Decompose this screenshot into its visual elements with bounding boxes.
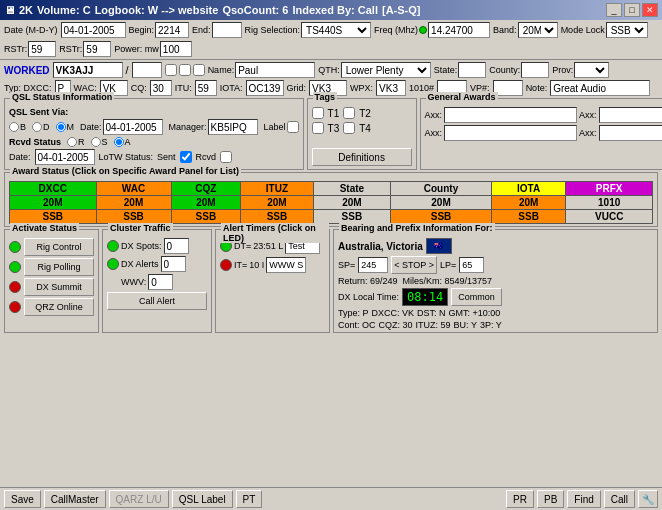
lp-input[interactable] [459, 257, 484, 273]
freq-input[interactable] [428, 22, 490, 38]
name-input[interactable] [235, 62, 315, 78]
t2-check[interactable] [343, 107, 355, 119]
qrz-online-button[interactable]: QRZ Online [24, 298, 94, 316]
qsl-m-radio[interactable] [56, 122, 66, 132]
dx-summit-button[interactable]: DX Summit [24, 278, 94, 296]
award-wac-row1[interactable]: 20M [96, 196, 171, 210]
award-iota-row1[interactable]: 20M [491, 196, 566, 210]
window-controls[interactable]: _ □ ✕ [606, 3, 658, 17]
qth-select[interactable]: Lower Plenty [341, 62, 431, 78]
award-wac-row2[interactable]: SSB [96, 210, 171, 224]
qsl-label-button[interactable]: QSL Label [172, 490, 233, 508]
rig-control-button[interactable]: Rig Control [24, 238, 94, 256]
t1-check[interactable] [312, 107, 324, 119]
qarz-button[interactable]: QARZ L/U [109, 490, 169, 508]
axx3-input[interactable] [444, 125, 577, 141]
yl-check[interactable] [193, 64, 205, 76]
pr-button[interactable]: PR [506, 490, 534, 508]
common-button[interactable]: Common [451, 288, 502, 306]
award-prfx-row1[interactable]: 1010 [566, 196, 653, 210]
award-wac-header[interactable]: WAC [96, 182, 171, 196]
award-prfx-header[interactable]: PRFX [566, 182, 653, 196]
sp-input[interactable] [358, 257, 388, 273]
date2-input[interactable] [35, 149, 95, 165]
begin-input[interactable] [155, 22, 189, 38]
award-state-row2[interactable]: SSB [313, 210, 391, 224]
note-input[interactable] [550, 80, 650, 96]
award-county-row1[interactable]: 20M [391, 196, 492, 210]
award-county-row2[interactable]: SSB [391, 210, 492, 224]
prov-select[interactable] [574, 62, 609, 78]
t3-check[interactable] [312, 122, 324, 134]
call-alert-button[interactable]: Call Alert [107, 292, 207, 310]
rcvd-r-radio[interactable] [67, 137, 77, 147]
axx1-input[interactable] [444, 107, 577, 123]
state-input[interactable] [458, 62, 486, 78]
find-button[interactable]: Find [567, 490, 600, 508]
wwv-input[interactable] [148, 274, 173, 290]
stop-button[interactable]: < STOP > [391, 256, 437, 274]
qsl-d-radio[interactable] [32, 122, 42, 132]
it-led[interactable] [220, 259, 232, 271]
label-check[interactable] [287, 121, 299, 133]
award-cqz-row2[interactable]: SSB [171, 210, 241, 224]
award-ituz-row2[interactable]: SSB [241, 210, 313, 224]
award-dxcc-row2[interactable]: SSB [10, 210, 97, 224]
award-dxcc-row1[interactable]: 20M [10, 196, 97, 210]
award-ituz-header[interactable]: ITUZ [241, 182, 313, 196]
pb-button[interactable]: PB [537, 490, 564, 508]
itu-input[interactable] [195, 80, 217, 96]
axx4-input[interactable] [599, 125, 662, 141]
app-name: 2K [19, 4, 33, 16]
award-prfx-row2[interactable]: VUCC [566, 210, 653, 224]
award-iota-row2[interactable]: SSB [491, 210, 566, 224]
mode-select[interactable]: SSB [606, 22, 648, 38]
call-master-button[interactable]: CallMaster [44, 490, 106, 508]
tags-title: Tags [313, 92, 337, 102]
close-button[interactable]: ✕ [642, 3, 658, 17]
dx-alerts-input[interactable] [161, 256, 186, 272]
rcvd-a-radio[interactable] [114, 137, 124, 147]
county-input[interactable] [521, 62, 549, 78]
qrp-check[interactable] [165, 64, 177, 76]
award-iota-header[interactable]: IOTA [491, 182, 566, 196]
definitions-button[interactable]: Definitions [312, 148, 412, 166]
qsl-date-input[interactable] [103, 119, 163, 135]
end-input[interactable] [212, 22, 242, 38]
date-input[interactable] [61, 22, 126, 38]
lotw-sent-check[interactable] [180, 151, 192, 163]
maximize-button[interactable]: □ [624, 3, 640, 17]
call-button[interactable]: Call [604, 490, 635, 508]
rcvd-s-radio[interactable] [91, 137, 101, 147]
lotw-rcvd-check[interactable] [220, 151, 232, 163]
award-cqz-row1[interactable]: 20M [171, 196, 241, 210]
tools-button[interactable]: 🔧 [638, 490, 658, 508]
award-dxcc-header[interactable]: DXCC [10, 182, 97, 196]
rst-s-input[interactable] [28, 41, 56, 57]
dx-spots-input[interactable] [164, 238, 189, 254]
iota-input[interactable] [246, 80, 284, 96]
award-cqz-header[interactable]: CQZ [171, 182, 241, 196]
award-ituz-row1[interactable]: 20M [241, 196, 313, 210]
wpx-input[interactable] [376, 80, 406, 96]
band-select[interactable]: 20M [518, 22, 558, 38]
power-input[interactable] [160, 41, 192, 57]
pt-button[interactable]: PT [236, 490, 263, 508]
save-button[interactable]: Save [4, 490, 41, 508]
rig-select[interactable]: TS440S [301, 22, 371, 38]
award-state-header[interactable]: State [313, 182, 391, 196]
t4-check[interactable] [343, 122, 355, 134]
rig-polling-button[interactable]: Rig Polling [24, 258, 94, 276]
rst-r-input[interactable] [83, 41, 111, 57]
manager-input[interactable] [208, 119, 258, 135]
cq-input[interactable] [150, 80, 172, 96]
axx2-input[interactable] [599, 107, 662, 123]
award-county-header[interactable]: County [391, 182, 492, 196]
minimize-button[interactable]: _ [606, 3, 622, 17]
qsl-b-radio[interactable] [9, 122, 19, 132]
it-extra-input[interactable] [266, 257, 306, 273]
award-state-row1[interactable]: 20M [313, 196, 391, 210]
call-extra-input[interactable] [132, 62, 162, 78]
callsign-input[interactable] [53, 62, 123, 78]
sat-check[interactable] [179, 64, 191, 76]
